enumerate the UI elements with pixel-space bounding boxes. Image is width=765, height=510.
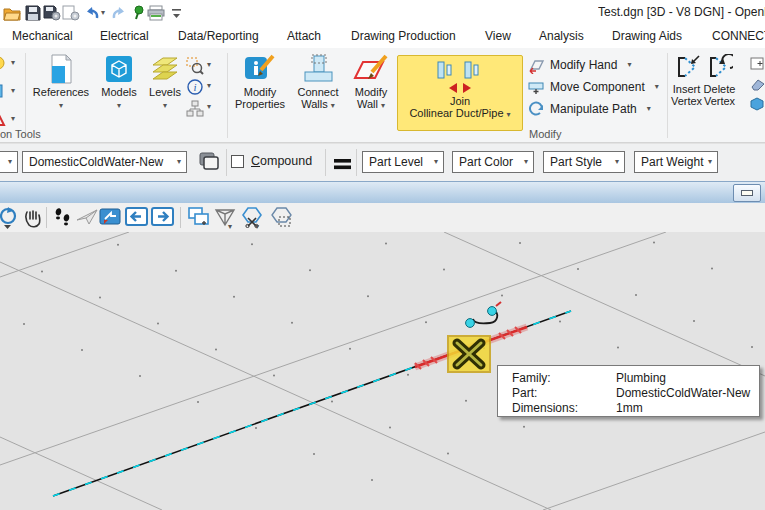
tab-view[interactable]: View (485, 29, 511, 43)
minimize-icon (741, 190, 753, 196)
modify-wall-button[interactable]: Modify Wall ▾ (346, 54, 396, 110)
tab-drawing-aids[interactable]: Drawing Aids (612, 29, 682, 43)
join-collinear-duct-pipe-button[interactable]: Join Collinear Duct/Pipe ▾ (397, 55, 523, 131)
ribbon: ▾ ▾ ▾ References ▾ Models ▾ Levels ▾ ▾ i… (0, 48, 765, 143)
connect-walls-icon (302, 54, 334, 84)
chevron-down-icon: ▾ (507, 110, 511, 119)
copy-view-icon[interactable] (187, 206, 209, 228)
application-window: ▾ Test.dgn [3D - V8 DGN] - OpenBu Mechan… (0, 0, 765, 510)
tooltip-value: 1mm (616, 401, 759, 416)
manipulate-path-button[interactable]: Manipulate Path ▾ (528, 99, 651, 119)
chevron-down-icon: ▾ (524, 158, 528, 166)
chevron-down-icon: ▾ (59, 101, 63, 110)
chevron-down-icon: ▾ (627, 61, 631, 69)
pin-icon[interactable] (128, 3, 148, 23)
part-level-dropdown[interactable]: Part Level▾ (362, 151, 444, 173)
manipulate-path-icon (528, 101, 545, 118)
tooltip-label: Family: (512, 371, 616, 386)
chevron-down-icon[interactable]: ▾ (228, 223, 232, 231)
chevron-down-icon: ▾ (655, 83, 659, 91)
previous-view-icon[interactable] (125, 206, 147, 228)
part-style-dropdown[interactable]: Part Style▾ (543, 151, 625, 173)
chevron-down-icon[interactable]: ▾ (255, 223, 259, 231)
cube-tool-icon[interactable] (750, 97, 765, 116)
references-button[interactable]: References ▾ (30, 54, 92, 110)
chevron-down-icon: ▾ (647, 105, 651, 113)
next-view-icon[interactable] (151, 206, 173, 228)
ribbon-group-label-tools: on Tools (0, 128, 41, 140)
move-component-icon (528, 79, 545, 96)
connect-walls-button[interactable]: Connect Walls ▾ (292, 54, 344, 110)
undo-dropdown-icon[interactable]: ▾ (98, 3, 108, 23)
chevron-down-icon: ▾ (708, 158, 712, 166)
hierarchy-icon[interactable] (186, 100, 204, 122)
chevron-down-icon: ▾ (177, 158, 181, 166)
levels-button[interactable]: Levels ▾ (142, 54, 188, 110)
grid-dots (23, 241, 753, 481)
delete-vertex-button[interactable]: Delete Vertex (703, 54, 736, 107)
view-minimize-button[interactable] (733, 184, 761, 202)
clipped-dropdown[interactable]: ▾ (0, 151, 18, 173)
fence-zoom-icon[interactable] (186, 57, 204, 79)
models-icon (105, 54, 133, 84)
open-file-icon[interactable] (2, 3, 22, 23)
rotate-view-icon[interactable] (0, 206, 18, 228)
chevron-down-icon[interactable]: ▾ (207, 82, 211, 90)
save-as-settings-icon[interactable] (61, 3, 81, 23)
navigate-view-icon[interactable] (99, 206, 121, 228)
chevron-down-icon[interactable]: ▾ (207, 103, 211, 111)
save-icon[interactable] (23, 3, 43, 23)
fly-icon[interactable] (75, 206, 97, 228)
tab-mechanical[interactable]: Mechanical (12, 29, 73, 43)
walk-icon[interactable] (52, 206, 74, 228)
tab-analysis[interactable]: Analysis (539, 29, 584, 43)
modify-hand-icon (528, 57, 545, 74)
chevron-down-icon: ▾ (8, 158, 12, 166)
join-collinear-icon (430, 59, 490, 81)
chevron-down-icon: ▾ (615, 158, 619, 166)
part-selector-dropdown[interactable]: DomesticColdWater-New ▾ (22, 151, 187, 173)
tab-data-reporting[interactable]: Data/Reporting (178, 29, 259, 43)
tab-drawing-production[interactable]: Drawing Production (351, 29, 456, 43)
ribbon-group-label-modify: Modify (529, 128, 561, 140)
layer-stack-button[interactable] (197, 150, 221, 178)
part-weight-dropdown[interactable]: Part Weight▾ (634, 151, 718, 173)
customize-toolbar-icon[interactable] (170, 3, 182, 23)
chevron-down-icon: ▾ (381, 101, 385, 110)
tab-connect[interactable]: CONNECT (712, 29, 765, 43)
red-arrows-icon (445, 83, 475, 93)
redo-icon[interactable] (108, 3, 128, 23)
pan-view-icon[interactable] (22, 206, 44, 228)
pipe-break-marker[interactable] (448, 336, 490, 372)
section-clip-icon[interactable] (268, 206, 290, 228)
chevron-down-icon[interactable]: ▾ (11, 87, 15, 95)
attribute-toolbar: ▾ DomesticColdWater-New ▾ Compound Part … (0, 143, 765, 181)
insert-vertex-button[interactable]: Insert Vertex (670, 54, 703, 107)
chevron-down-icon: ▾ (117, 101, 121, 110)
chevron-down-icon[interactable]: ▾ (207, 61, 211, 69)
eraser-icon[interactable] (750, 77, 765, 95)
view-window-titlebar (0, 181, 765, 203)
modify-properties-button[interactable]: Modify Properties (231, 54, 289, 110)
chevron-down-icon: ▾ (331, 101, 335, 110)
compound-checkbox[interactable] (231, 155, 244, 168)
part-color-dropdown[interactable]: Part Color▾ (452, 151, 534, 173)
move-component-button[interactable]: Move Component ▾ (528, 77, 659, 97)
element-info-icon[interactable]: i (187, 79, 203, 99)
models-button[interactable]: Models ▾ (95, 54, 143, 110)
tab-attach[interactable]: Attach (287, 29, 321, 43)
new-window-icon[interactable] (750, 57, 765, 75)
print-icon[interactable] (146, 3, 166, 23)
tooltip-label: Dimensions: (512, 401, 616, 416)
save-settings-icon[interactable] (42, 3, 62, 23)
chevron-down-icon[interactable]: ▾ (11, 59, 15, 67)
tab-electrical[interactable]: Electrical (100, 29, 149, 43)
chevron-down-icon[interactable]: ▾ (11, 115, 15, 123)
drawing-view[interactable]: Family:Plumbing Part:DomesticColdWater-N… (0, 232, 765, 510)
tooltip-value: Plumbing (616, 371, 759, 386)
equals-style-icon[interactable] (334, 156, 352, 174)
levels-icon (150, 54, 180, 84)
insert-vertex-icon (673, 54, 700, 81)
modify-hand-button[interactable]: Modify Hand ▾ (528, 55, 631, 75)
view-toolbar: ▾ ▾ (0, 203, 765, 232)
